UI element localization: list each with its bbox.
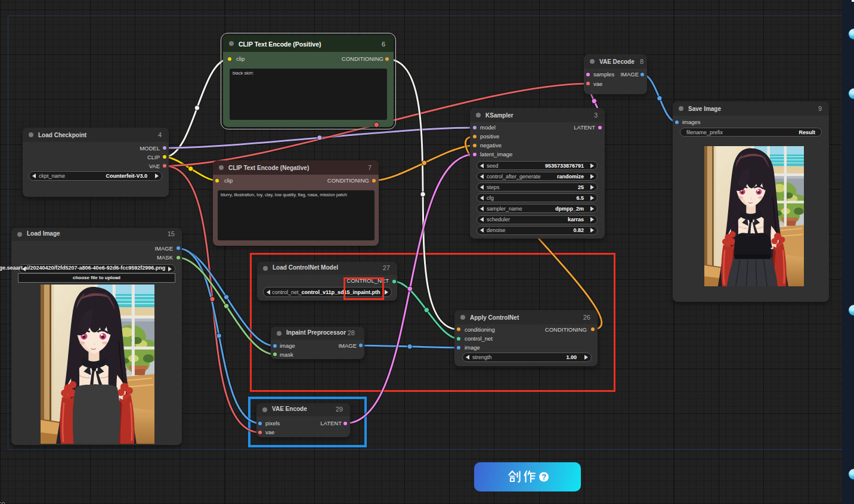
svg-text:?: ? [542,473,546,481]
